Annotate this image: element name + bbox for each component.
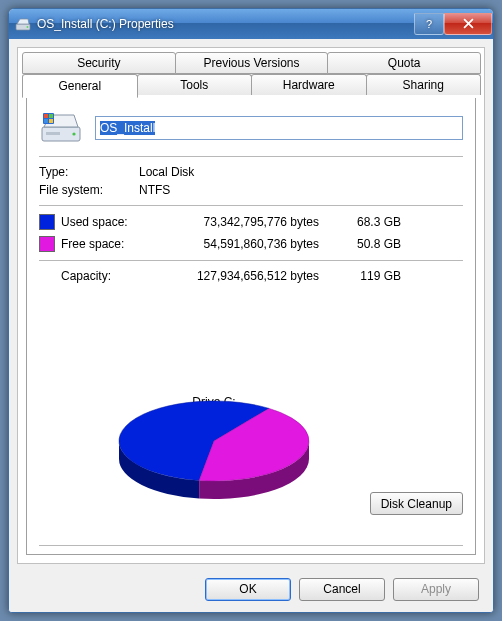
drive-large-icon bbox=[39, 110, 83, 146]
capacity-label: Capacity: bbox=[61, 269, 171, 283]
svg-rect-6 bbox=[44, 114, 48, 118]
used-space-gb: 68.3 GB bbox=[341, 215, 401, 229]
used-space-label: Used space: bbox=[61, 215, 171, 229]
filesystem-label: File system: bbox=[39, 183, 139, 197]
tab-panel-general: Type: Local Disk File system: NTFS Used … bbox=[26, 98, 476, 555]
separator bbox=[39, 545, 463, 546]
free-space-gb: 50.8 GB bbox=[341, 237, 401, 251]
tab-strip: Security Previous Versions Quota General… bbox=[18, 48, 484, 98]
svg-rect-8 bbox=[44, 119, 48, 123]
tab-previous-versions[interactable]: Previous Versions bbox=[175, 52, 329, 74]
tab-tools[interactable]: Tools bbox=[137, 74, 253, 95]
tab-general[interactable]: General bbox=[22, 74, 138, 98]
separator bbox=[39, 260, 463, 261]
apply-button[interactable]: Apply bbox=[393, 578, 479, 601]
svg-rect-7 bbox=[49, 114, 53, 118]
svg-point-3 bbox=[72, 132, 75, 135]
type-value: Local Disk bbox=[139, 165, 463, 179]
properties-dialog: OS_Install (C:) Properties ? Security Pr… bbox=[8, 8, 494, 613]
free-space-bytes: 54,591,860,736 bytes bbox=[171, 237, 341, 251]
used-space-bytes: 73,342,795,776 bytes bbox=[171, 215, 341, 229]
svg-rect-4 bbox=[46, 132, 60, 135]
capacity-bytes: 127,934,656,512 bytes bbox=[171, 269, 341, 283]
pie-chart bbox=[99, 395, 329, 513]
tab-sharing[interactable]: Sharing bbox=[366, 74, 482, 95]
type-label: Type: bbox=[39, 165, 139, 179]
close-button[interactable] bbox=[444, 13, 492, 35]
cancel-button[interactable]: Cancel bbox=[299, 578, 385, 601]
free-swatch-icon bbox=[39, 236, 55, 252]
separator bbox=[39, 156, 463, 157]
tab-security[interactable]: Security bbox=[22, 52, 176, 74]
svg-point-1 bbox=[27, 26, 29, 28]
client-area: Security Previous Versions Quota General… bbox=[17, 47, 485, 564]
svg-rect-9 bbox=[49, 119, 53, 123]
separator bbox=[39, 205, 463, 206]
titlebar: OS_Install (C:) Properties ? bbox=[9, 9, 493, 39]
dialog-button-bar: OK Cancel Apply bbox=[9, 566, 493, 612]
capacity-gb: 119 GB bbox=[341, 269, 401, 283]
filesystem-value: NTFS bbox=[139, 183, 463, 197]
window-title: OS_Install (C:) Properties bbox=[37, 17, 414, 31]
help-button[interactable]: ? bbox=[414, 13, 444, 35]
tab-hardware[interactable]: Hardware bbox=[251, 74, 367, 95]
ok-button[interactable]: OK bbox=[205, 578, 291, 601]
free-space-label: Free space: bbox=[61, 237, 171, 251]
drive-name-input[interactable] bbox=[95, 116, 463, 140]
drive-icon bbox=[15, 16, 31, 32]
compress-label[interactable]: Compress this drive to save disk space bbox=[59, 554, 463, 555]
used-swatch-icon bbox=[39, 214, 55, 230]
tab-quota[interactable]: Quota bbox=[327, 52, 481, 74]
disk-cleanup-button[interactable]: Disk Cleanup bbox=[370, 492, 463, 515]
